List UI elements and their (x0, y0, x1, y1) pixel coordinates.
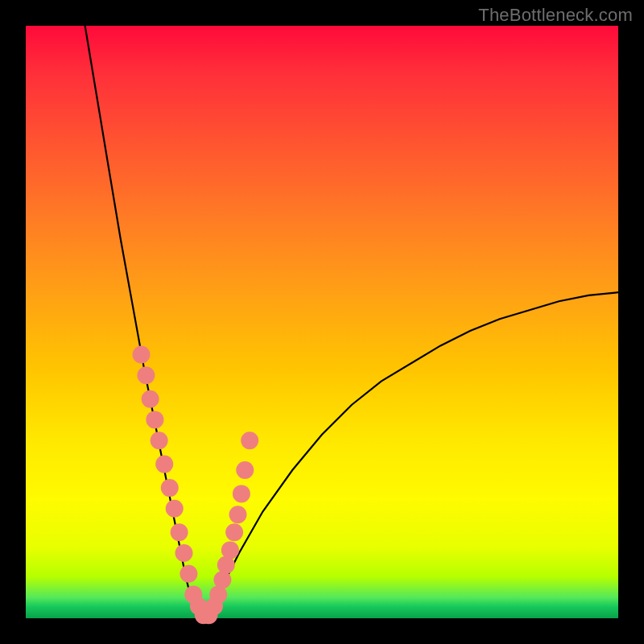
data-point (142, 390, 159, 408)
data-point (217, 556, 235, 574)
curve-line (85, 26, 618, 618)
data-point (151, 431, 168, 449)
plot-area (26, 26, 618, 618)
data-point (225, 523, 243, 541)
data-point (229, 506, 247, 523)
data-point (155, 456, 173, 473)
scatter-points (133, 346, 259, 625)
data-point (133, 346, 151, 364)
data-point (166, 500, 184, 518)
data-point (233, 485, 250, 502)
data-point (137, 366, 155, 384)
data-point (213, 571, 231, 588)
chart-frame: TheBottleneck.com (0, 0, 644, 644)
data-point (146, 411, 163, 428)
data-point (171, 523, 188, 541)
data-point (161, 479, 179, 497)
data-point (180, 565, 197, 583)
data-point (221, 541, 239, 559)
data-point (236, 461, 254, 479)
watermark-text: TheBottleneck.com (478, 5, 633, 26)
bottleneck-curve (85, 26, 618, 618)
data-point (241, 431, 258, 449)
data-point (175, 544, 193, 562)
chart-svg (26, 26, 618, 618)
